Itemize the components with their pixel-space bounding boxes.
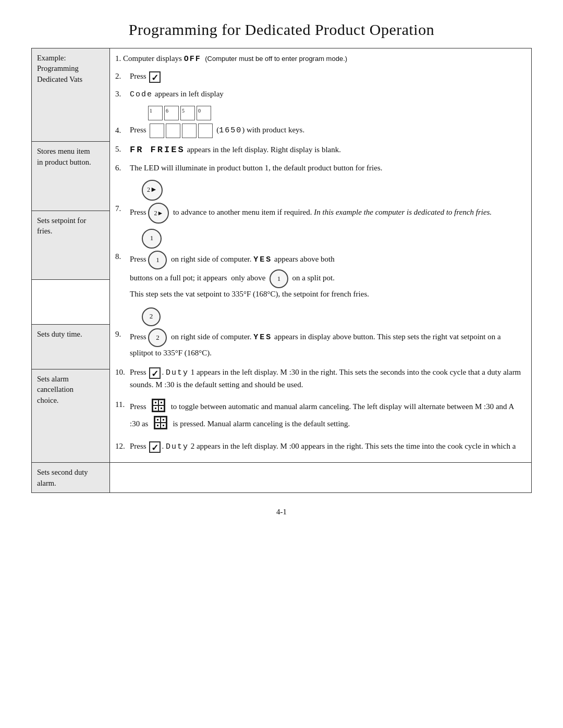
step-7-btn-container: 2►: [140, 180, 526, 201]
step-8-inline-btn: 1: [148, 251, 167, 269]
step-6-text: The LED will illuminate in product butto…: [130, 162, 526, 174]
main-content: 1. Computer displays OFF (Computer must …: [110, 48, 532, 463]
sidebar-alarm-label: Sets alarmcancellationchoice.: [37, 375, 74, 404]
step-1-num: 1.: [115, 54, 121, 63]
alarm-btn-11: [152, 399, 165, 416]
step-8-text: Press 1 on right side of computer. YES a…: [130, 251, 526, 300]
step-8-num: 8.: [115, 251, 127, 263]
key-box-1: 1: [148, 106, 163, 120]
step-4: 4. Press (1650) with product keys.: [115, 124, 526, 138]
check-button-icon: [149, 71, 161, 83]
step-7-text: Press 2► to advance to another menu item…: [130, 203, 526, 224]
step-5-text: FR FRIES appears in the left display. Ri…: [130, 143, 526, 157]
step-12: 12. Press . Duty 2 appears in the left d…: [115, 440, 526, 453]
step-9-btn-top: 2: [140, 307, 526, 326]
sidebar-setpoint-label: Sets setpoint forfries.: [37, 216, 86, 235]
sidebar-second-duty-label: Sets second dutyalarm.: [37, 468, 88, 487]
step-3: 3. Code appears in left display: [115, 88, 526, 101]
step-12-num: 12.: [115, 440, 127, 452]
trailing-note: [110, 463, 532, 493]
page-number: 4-1: [31, 508, 532, 516]
round-btn-2-top: 2: [142, 307, 161, 326]
step-8-text-row: 8. Press 1 on right side of computer. YE…: [115, 251, 526, 300]
sidebar-alarm: Sets alarmcancellationchoice.: [32, 369, 110, 463]
check-btn-10: [149, 367, 161, 379]
svg-rect-15: [163, 419, 164, 421]
step-8-inline-btn-2: 1: [270, 269, 288, 288]
step-8-btn-top: 1: [140, 229, 526, 249]
step-12-text: Press . Duty 2 appears in the left displ…: [130, 440, 526, 453]
step-10: 10. Press . Duty 1 appears in the left d…: [115, 366, 526, 391]
sidebar-duty-time-label: Sets duty time.: [37, 330, 82, 338]
step-11-num: 11.: [115, 399, 127, 411]
step-1-text: Computer displays OFF (Computer must be …: [123, 54, 347, 63]
key-4-3: [182, 124, 197, 138]
step-9-num: 9.: [115, 328, 127, 340]
svg-rect-14: [157, 419, 158, 421]
sidebar-setpoint: Sets setpoint forfries.: [32, 211, 110, 280]
svg-rect-6: [161, 402, 162, 403]
step-9: 2 9. Press 2 on right side of computer. …: [115, 307, 526, 359]
svg-rect-7: [155, 408, 156, 409]
key-boxes-container: 1 6 5 0: [146, 106, 526, 120]
step-5-num: 5.: [115, 143, 127, 155]
svg-rect-8: [161, 408, 162, 409]
step-2-num: 2.: [115, 70, 127, 82]
main-content-table: Example:ProgrammingDedicated Vats 1. Com…: [31, 48, 532, 493]
step-2-text: Press: [130, 70, 526, 83]
page-title: Programming for Dedicated Product Operat…: [31, 21, 532, 39]
step-4-text: Press (1650) with product keys.: [130, 124, 526, 138]
step-9-inline-btn: 2: [148, 328, 167, 347]
check-btn-12: [149, 441, 161, 453]
sidebar-empty-1: [32, 280, 110, 325]
key-box-0: 0: [197, 106, 211, 120]
key-boxes-display: 1 6 5 0: [148, 106, 211, 120]
key-4-4: [198, 124, 213, 138]
round-btn-2-arrow: 2►: [142, 180, 163, 201]
step-3-num: 3.: [115, 88, 127, 100]
step-9-text: Press 2 on right side of computer. YES a…: [130, 328, 526, 359]
key-box-6: 6: [164, 106, 179, 120]
key-4-2: [166, 124, 180, 138]
step-11-text: Press: [130, 399, 526, 434]
sidebar-example-label: Example:ProgrammingDedicated Vats: [37, 54, 82, 83]
step-8: 1 8. Press 1 on right side of computer. …: [115, 229, 526, 300]
key-4-1: [150, 124, 164, 138]
step-2: 2. Press: [115, 70, 526, 83]
step-6-num: 6.: [115, 162, 127, 174]
step-11: 11. Press: [115, 399, 526, 434]
svg-rect-16: [157, 425, 158, 426]
round-btn-1-top: 1: [142, 229, 162, 249]
step-4-key-boxes: [150, 124, 213, 138]
svg-rect-5: [155, 402, 156, 403]
key-box-5: 5: [180, 106, 195, 120]
step-6: 6. The LED will illuminate in product bu…: [115, 162, 526, 174]
step-3-text: Code appears in left display: [130, 88, 526, 101]
sidebar-stores-label: Stores menu itemin product button.: [37, 147, 91, 166]
step-9-text-row: 9. Press 2 on right side of computer. YE…: [115, 328, 526, 359]
step-7-text-row: 7. Press 2► to advance to another menu i…: [115, 203, 526, 224]
svg-rect-17: [163, 425, 164, 426]
sidebar-duty-time: Sets duty time.: [32, 325, 110, 369]
alarm-btn-11b: [154, 416, 167, 433]
step-4-num: 4.: [115, 125, 127, 137]
step-7-inline-btn: 2►: [148, 203, 169, 224]
step-7-num: 7.: [115, 203, 127, 215]
sidebar-second-duty: Sets second dutyalarm.: [32, 463, 110, 493]
step-1: 1. Computer displays OFF (Computer must …: [115, 53, 526, 65]
step-10-num: 10.: [115, 366, 127, 378]
sidebar-example: Example:ProgrammingDedicated Vats: [32, 48, 110, 142]
sidebar-stores-menu: Stores menu itemin product button.: [32, 142, 110, 211]
step-10-text: Press . Duty 1 appears in the left displ…: [130, 366, 526, 391]
step-7: 2► 7. Press 2► to advance to another men…: [115, 180, 526, 224]
step-5: 5. FR FRIES appears in the left display.…: [115, 143, 526, 157]
step-7-italic: In this example the computer is dedicate…: [314, 208, 492, 216]
